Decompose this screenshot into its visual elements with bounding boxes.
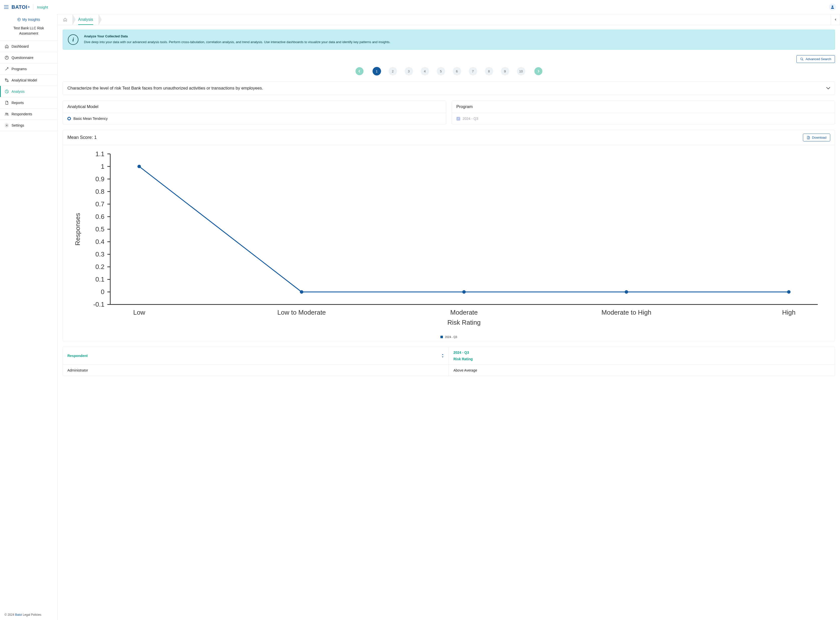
legend-swatch bbox=[440, 336, 443, 338]
chevron-left-icon bbox=[834, 18, 837, 21]
svg-text:Low to Moderate: Low to Moderate bbox=[278, 308, 326, 316]
svg-text:1.1: 1.1 bbox=[96, 150, 105, 158]
sidebar-item-model[interactable]: Analytical Model bbox=[0, 74, 57, 86]
svg-text:0.5: 0.5 bbox=[96, 226, 105, 233]
content-area: Analysis i Analyze Your Collected Data D… bbox=[58, 14, 840, 620]
paginator-page-2[interactable]: 2 bbox=[388, 67, 397, 75]
sidebar-item-label: Reports bbox=[12, 101, 24, 105]
svg-rect-4 bbox=[7, 81, 8, 82]
sidebar-item-analysis[interactable]: Analysis bbox=[0, 86, 57, 97]
respondents-icon bbox=[4, 112, 9, 116]
sidebar-item-settings[interactable]: Settings bbox=[0, 120, 57, 131]
sidebar-item-label: Dashboard bbox=[12, 44, 29, 48]
help-icon bbox=[4, 56, 9, 60]
menu-toggle[interactable] bbox=[4, 5, 9, 9]
topbar: BATOI® Insight bbox=[0, 0, 840, 14]
back-to-insights-link[interactable]: My Insights bbox=[0, 14, 57, 24]
svg-text:Low: Low bbox=[133, 308, 145, 316]
svg-text:High: High bbox=[782, 308, 795, 316]
sidebar-item-programs[interactable]: Programs bbox=[0, 63, 57, 74]
paginator-page-8[interactable]: 8 bbox=[485, 67, 493, 75]
paginator-prev-button[interactable] bbox=[356, 67, 363, 75]
svg-point-9 bbox=[801, 58, 802, 60]
page-body: i Analyze Your Collected Data Dive deep … bbox=[58, 25, 840, 386]
sidebar-item-questionnaire[interactable]: Questionnaire bbox=[0, 52, 57, 63]
svg-text:0.2: 0.2 bbox=[96, 263, 105, 271]
legend-label: 2024 - Q3 bbox=[445, 336, 457, 339]
breadcrumb-analysis[interactable]: Analysis bbox=[73, 14, 99, 25]
svg-point-45 bbox=[138, 165, 141, 168]
footer-brand-link[interactable]: Batoi bbox=[15, 613, 22, 617]
question-card: Characterize the level of risk Test Bank… bbox=[63, 81, 835, 95]
svg-text:-0.1: -0.1 bbox=[93, 301, 105, 308]
app-name: Insight bbox=[37, 5, 48, 9]
analytical-model-panel: Analytical Model Basic Mean Tendency bbox=[63, 101, 446, 124]
paginator-next-button[interactable] bbox=[534, 67, 542, 75]
svg-text:0.8: 0.8 bbox=[96, 188, 105, 195]
home-icon bbox=[63, 18, 67, 21]
paginator-page-9[interactable]: 9 bbox=[501, 67, 509, 75]
paginator-page-3[interactable]: 3 bbox=[405, 67, 413, 75]
breadcrumb-label: Analysis bbox=[78, 17, 93, 22]
paginator-page-1[interactable]: 1 bbox=[372, 67, 381, 75]
question-expand-button[interactable] bbox=[826, 87, 830, 89]
sidebar-item-label: Analysis bbox=[12, 89, 24, 93]
breadcrumb-home[interactable] bbox=[58, 14, 73, 25]
footer-legal: Legal Policies bbox=[22, 613, 41, 617]
reports-icon bbox=[4, 101, 9, 105]
svg-text:0.6: 0.6 bbox=[96, 213, 105, 220]
user-avatar-button[interactable] bbox=[829, 3, 836, 11]
project-title: Test Bank LLC Risk Assessment bbox=[0, 24, 57, 41]
svg-point-49 bbox=[787, 290, 790, 294]
logo-registered: ® bbox=[28, 6, 30, 9]
sidebar-item-dashboard[interactable]: Dashboard bbox=[0, 41, 57, 52]
paginator-page-7[interactable]: 7 bbox=[469, 67, 477, 75]
svg-rect-3 bbox=[5, 79, 6, 80]
paginator-page-4[interactable]: 4 bbox=[421, 67, 429, 75]
table-header-respondent: Respondent bbox=[68, 354, 88, 358]
svg-point-6 bbox=[6, 113, 6, 114]
svg-point-47 bbox=[462, 290, 466, 294]
advanced-search-button[interactable]: Advanced Search bbox=[796, 55, 835, 63]
model-option-label: Basic Mean Tendency bbox=[74, 117, 108, 120]
logo-text: BATOI bbox=[12, 4, 27, 10]
paginator-page-5[interactable]: 5 bbox=[436, 67, 445, 75]
sidebar-item-label: Programs bbox=[12, 67, 27, 71]
svg-text:Moderate: Moderate bbox=[450, 308, 478, 316]
checkbox-checked-icon[interactable]: ✓ bbox=[456, 117, 460, 120]
banner-text: Dive deep into your data with our advanc… bbox=[84, 40, 390, 45]
paginator-page-10[interactable]: 10 bbox=[517, 67, 525, 75]
radio-selected-icon[interactable] bbox=[68, 117, 71, 120]
cell-respondent: Administrator bbox=[63, 364, 449, 376]
svg-point-48 bbox=[624, 290, 628, 294]
model-icon bbox=[4, 78, 9, 82]
breadcrumb-bar: Analysis bbox=[58, 14, 840, 25]
sort-button[interactable] bbox=[441, 354, 444, 358]
program-panel: Program ✓ 2024 - Q3 bbox=[452, 101, 835, 124]
chevron-down-icon bbox=[826, 87, 830, 89]
breadcrumb-collapse-button[interactable] bbox=[831, 14, 840, 25]
respondent-table-card: Respondent 2024 - Q3 Risk Rating bbox=[63, 347, 835, 376]
sidebar-item-reports[interactable]: Reports bbox=[0, 97, 57, 108]
respondent-table: Respondent 2024 - Q3 Risk Rating bbox=[63, 347, 835, 376]
paginator-page-6[interactable]: 6 bbox=[453, 67, 461, 75]
svg-text:0.7: 0.7 bbox=[96, 200, 105, 208]
svg-point-46 bbox=[300, 290, 303, 294]
table-row: AdministratorAbove Average bbox=[63, 364, 835, 376]
sidebar-item-label: Settings bbox=[12, 123, 24, 127]
analysis-icon bbox=[4, 89, 9, 93]
download-button[interactable]: Download bbox=[803, 134, 830, 141]
banner-title: Analyze Your Collected Data bbox=[84, 35, 390, 38]
svg-text:0.1: 0.1 bbox=[96, 275, 105, 283]
brand-logo[interactable]: BATOI® bbox=[12, 4, 30, 10]
svg-text:Risk Rating: Risk Rating bbox=[447, 319, 481, 326]
sidebar-item-respondents[interactable]: Respondents bbox=[0, 108, 57, 120]
back-link-label: My Insights bbox=[22, 18, 40, 21]
sidebar-item-label: Analytical Model bbox=[12, 78, 37, 82]
topbar-divider bbox=[33, 4, 34, 10]
sidebar-nav: Dashboard Questionnaire Programs Analyti… bbox=[0, 41, 57, 609]
sort-icon bbox=[441, 354, 444, 358]
panel-title: Program bbox=[452, 101, 835, 113]
search-icon bbox=[800, 57, 804, 61]
svg-text:0.3: 0.3 bbox=[96, 250, 105, 258]
